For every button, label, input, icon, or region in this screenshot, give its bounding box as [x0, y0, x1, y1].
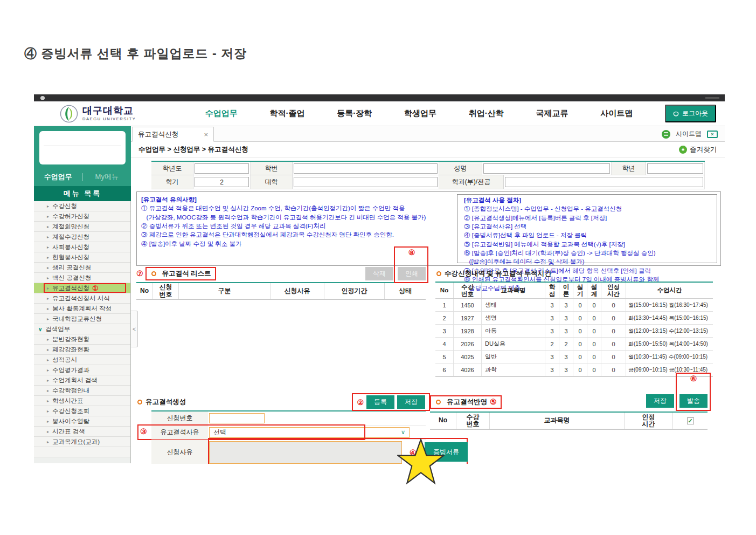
sidebar-item[interactable]: ▸국내학점교류신청 — [34, 314, 130, 324]
reason-type-label: 유고결석사유 — [151, 426, 208, 439]
reason-textarea[interactable] — [209, 441, 402, 464]
sitemap-label[interactable]: 사이트맵 — [676, 129, 702, 139]
sidebar-item[interactable]: ▸학생시간표 — [34, 396, 130, 406]
sidebar-item[interactable]: ▸유고결석신청서 서식 — [34, 293, 130, 304]
item-arrow-icon: ▸ — [47, 368, 49, 373]
university-logo-icon — [60, 105, 78, 123]
absence-create-form: 신청번호 ③ 유고결석사유 선택 ∨ — [151, 410, 426, 464]
annotation-box-7: 유고결석 리스트 — [145, 267, 216, 280]
name-input[interactable] — [483, 163, 610, 174]
item-arrow-icon: ▸ — [47, 409, 49, 414]
nav-item-classwork[interactable]: 수업업무 — [205, 108, 238, 119]
annotation-8: ⑧ — [408, 249, 415, 256]
favorite-control[interactable]: ★ 즐겨찾기 — [679, 145, 717, 154]
item-arrow-icon: ▸ — [47, 245, 49, 250]
sidebar-item[interactable]: ▸분반강좌현황 — [34, 334, 130, 345]
term-input[interactable]: 2 — [195, 177, 249, 187]
table-row: 5 4025 일반 3 3 0 0 0 월(10:30~11:45) 수(09:… — [435, 351, 713, 363]
nav-item-international[interactable]: 국제교류 — [536, 108, 568, 119]
year-input[interactable] — [195, 163, 249, 174]
item-arrow-icon: ▸ — [47, 224, 49, 229]
absence-create-panel: 유고결석생성 ② 등록 저장 신청번호 — [136, 395, 430, 464]
sidebar-item[interactable]: ▸교과목개요(교과) — [34, 437, 130, 447]
sidebar-item[interactable]: ▸생리 공결신청 — [34, 263, 130, 273]
chevron-down-icon: ∨ — [38, 326, 42, 332]
nav-item-sitemap[interactable]: 사이트맵 — [600, 108, 633, 119]
item-arrow-icon: ▸ — [47, 419, 49, 424]
sidebar-item[interactable]: ▸사회봉사신청 — [34, 242, 130, 252]
table-row: 3 1928 아동 3 3 0 0 0 월(12:00~13:15) 수(12:… — [435, 325, 713, 338]
logout-button[interactable]: 로그아웃 — [665, 105, 716, 122]
close-all-tabs-icon[interactable]: × — [707, 131, 718, 138]
sidebar-item[interactable]: ▸계절수강신청 — [34, 232, 130, 242]
sidebar-tabs: 수업업무 My메뉴 — [34, 168, 131, 186]
item-arrow-icon: ▸ — [47, 255, 49, 260]
sidebar-item[interactable]: ▸수강학점안내 — [34, 386, 130, 396]
name-label: 성명 — [439, 162, 482, 175]
sidebar-tab-mymenu[interactable]: My메뉴 — [83, 172, 131, 182]
college-input[interactable] — [294, 177, 438, 187]
sidebar-item[interactable]: ▸계절희망신청 — [34, 222, 130, 232]
section-bullet-icon — [436, 400, 441, 404]
table-row: 2 1927 생명 3 3 0 0 0 화(13:30~14:45) 목(15:… — [435, 312, 713, 325]
sidebar-item[interactable]: ▸수업계획서 검색 — [34, 375, 130, 386]
annotation-box-2: ② 등록 저장 — [352, 393, 430, 411]
item-arrow-icon: ▸ — [47, 276, 49, 280]
absence-list-panel: ⑦ 유고결석 리스트 삭제 ⑧ 인쇄 — [136, 267, 426, 378]
nav-item-records[interactable]: 학적·졸업 — [270, 108, 305, 119]
delete-button[interactable]: 삭제 — [365, 267, 393, 280]
select-all-checkbox[interactable]: ✓ — [687, 417, 694, 424]
sidebar-collapse-handle[interactable]: < — [131, 311, 138, 347]
table-row: 6 4026 과학 3 3 0 0 0 금(09:00~10:15) 금(10:… — [435, 363, 713, 376]
annotation-7: ⑦ — [136, 270, 143, 277]
sidebar-item[interactable]: ▸수강신청 — [34, 201, 130, 211]
absence-list-title: 유고결석 리스트 — [162, 269, 211, 278]
tab-close-icon[interactable]: × — [204, 131, 208, 139]
sidebar-item[interactable]: ▸봉사 활동계획서 작성 — [34, 304, 130, 314]
item-arrow-icon: ▸ — [47, 265, 49, 270]
annotation-3: ③ — [140, 428, 147, 435]
term-label: 학기 — [151, 175, 193, 189]
register-button[interactable]: 등록 — [366, 395, 394, 409]
nav-item-career[interactable]: 취업·산학 — [469, 108, 504, 119]
enrollment-panel: 수강신청내역 및 유고결석 누적시간 No 수강 번호 교과목명 학 점 이 론… — [435, 267, 713, 378]
university-logo[interactable]: 대구대학교 DAEGU UNIVERSITY — [60, 105, 173, 123]
sitemap-icon[interactable] — [662, 130, 670, 139]
item-arrow-icon: ▸ — [47, 358, 49, 362]
student-id-label: 학번 — [251, 162, 293, 175]
student-id-input[interactable] — [294, 163, 438, 174]
sidebar-item[interactable]: ▸수강신청조회 — [34, 406, 130, 416]
sidebar-item[interactable]: ▸헌혈봉사신청 — [34, 252, 130, 263]
apply-no-label: 신청번호 — [151, 411, 208, 425]
sidebar-item[interactable]: ▸수업평가결과 — [34, 365, 130, 375]
nav-item-student-affairs[interactable]: 학생업무 — [404, 108, 436, 119]
annotation-5: ⑤ — [490, 398, 497, 406]
sidebar-item-absence-apply[interactable]: ▸ 유고결석신청 ① — [34, 283, 130, 293]
reason-label: 신청사유 — [151, 440, 208, 464]
dept-input[interactable] — [505, 177, 703, 187]
sidebar-group-search[interactable]: ∨검색업무 — [34, 324, 130, 334]
sidebar-item[interactable]: ▸폐강강좌현황 — [34, 345, 130, 355]
reason-type-row: ③ 유고결석사유 선택 ∨ — [151, 426, 426, 440]
apply-no-input[interactable] — [209, 413, 265, 423]
apply-no-row: 신청번호 — [151, 411, 426, 426]
sidebar-item[interactable]: ▸백신 공결신청 — [34, 273, 130, 283]
sidebar-item[interactable]: ▸성적공시 — [34, 355, 130, 365]
apply-save-button[interactable]: 저장 — [646, 394, 674, 408]
grade-input[interactable] — [647, 163, 703, 174]
reason-type-select[interactable]: 선택 ∨ — [209, 427, 410, 438]
absence-apply-panel: 유고결석반영 ⑤ 저장 ⑥ 발송 — [430, 395, 708, 464]
sidebar-item[interactable]: ▸봉사이수열람 — [34, 416, 130, 427]
nav-item-registration[interactable]: 등록·장학 — [337, 108, 372, 119]
sidebar-item-partial[interactable] — [34, 447, 130, 457]
year-label: 학년도 — [151, 162, 193, 175]
create-save-button[interactable]: 저장 — [397, 395, 425, 409]
sidebar-item[interactable]: ▸수강허가신청 — [34, 211, 130, 222]
annotation-2: ② — [357, 399, 364, 406]
sidebar-item[interactable]: ▸시간표 검색 — [34, 427, 130, 437]
sidebar-tab-classwork[interactable]: 수업업무 — [34, 172, 82, 182]
tab-absence-apply[interactable]: 유고결석신청 × — [132, 127, 214, 142]
item-arrow-icon: ▸ — [47, 337, 49, 342]
star-highlight-icon — [397, 438, 445, 486]
sidebar-menu: ^ ▸수강신청 ▸수강허가신청 ▸계절희망신청 ▸계절수강신청 ▸사회봉사신청 … — [34, 201, 131, 463]
